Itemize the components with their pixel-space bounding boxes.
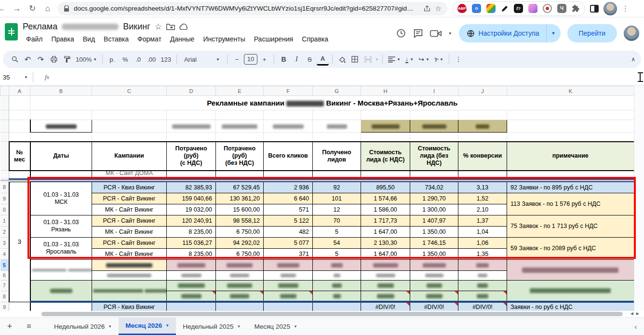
empty-cell[interactable] bbox=[30, 302, 92, 312]
empty-cell[interactable] bbox=[216, 302, 264, 312]
clicks-cell[interactable]: 5 077 bbox=[264, 237, 313, 248]
bookmark-star-icon[interactable]: ☆ bbox=[435, 4, 442, 13]
cpl-vat-cell[interactable]: 1 586,00 bbox=[361, 204, 410, 215]
redacted-cell[interactable] bbox=[361, 259, 410, 270]
empty-cell[interactable] bbox=[313, 302, 361, 312]
conversion-cell[interactable]: 1,52 bbox=[458, 193, 507, 204]
borders-icon[interactable] bbox=[349, 53, 361, 66]
redacted-cell-with-comment[interactable] bbox=[361, 291, 410, 302]
header-dates[interactable]: Даты bbox=[30, 142, 92, 171]
column-header-b[interactable]: B bbox=[30, 86, 92, 96]
vertical-align-icon[interactable]: ↓ ▼ bbox=[403, 53, 416, 66]
grid-corner[interactable] bbox=[0, 86, 9, 96]
merge-dropdown-icon[interactable]: ▼ bbox=[375, 57, 379, 62]
note-cell[interactable]: Заявки - по руб с НДС bbox=[507, 302, 634, 312]
scrollbar-arrows[interactable]: ◀▶ bbox=[631, 311, 642, 316]
header-month-no[interactable]: № мес bbox=[9, 142, 30, 171]
cpl-vat-cell[interactable]: 2 130,30 bbox=[361, 237, 410, 248]
menu-edit[interactable]: Правка bbox=[48, 34, 77, 44]
spent-net-cell[interactable]: 15 600,00 bbox=[216, 204, 264, 215]
horizontal-align-icon[interactable]: ▼ bbox=[386, 53, 402, 66]
redacted-cell-with-comment[interactable] bbox=[216, 291, 264, 302]
increase-font-size-button[interactable]: + bbox=[258, 53, 270, 66]
row-number-selected[interactable]: 5 bbox=[0, 259, 9, 270]
column-header-g[interactable]: G bbox=[313, 86, 361, 96]
adblock-extension-icon[interactable]: ABP bbox=[457, 4, 467, 13]
more-formats-button[interactable]: 123 bbox=[159, 53, 173, 66]
formula-input[interactable] bbox=[49, 69, 644, 85]
spent-vat-cell[interactable]: 115 036,27 bbox=[167, 237, 216, 248]
cpl-net-cell[interactable]: 1 290,70 bbox=[410, 193, 458, 204]
paint-format-icon[interactable] bbox=[61, 53, 73, 66]
conversion-cell[interactable]: 1,04 bbox=[458, 226, 507, 237]
cpl-net-cell[interactable]: 1 407,97 bbox=[410, 215, 458, 226]
spent-net-cell[interactable]: 94 292,02 bbox=[216, 237, 264, 248]
column-header-j[interactable]: J bbox=[458, 86, 507, 96]
row-number[interactable]: 9 bbox=[0, 193, 9, 204]
row-number[interactable]: 8 bbox=[0, 291, 9, 302]
browser-menu-icon[interactable]: ⋮ bbox=[622, 4, 630, 13]
redacted-cell[interactable] bbox=[458, 259, 507, 270]
tab-mesyac-2025[interactable]: Месяц 2025 ▼ bbox=[247, 318, 304, 335]
fontquestion-extension-icon[interactable]: f? bbox=[514, 4, 523, 13]
row-number[interactable]: 4 bbox=[0, 248, 9, 259]
redacted-cell[interactable] bbox=[410, 270, 458, 280]
all-sheets-icon[interactable]: ≡ bbox=[19, 318, 39, 335]
go-button[interactable]: Перейти bbox=[567, 24, 617, 42]
text-rotation-icon[interactable]: A ▼ bbox=[432, 53, 445, 66]
row-number[interactable]: 8 bbox=[0, 182, 9, 193]
spent-net-cell[interactable]: 6 750,00 bbox=[216, 248, 264, 259]
div0-error-cell[interactable]: #DIV/0! bbox=[458, 302, 507, 312]
tab-scroll-left-icon[interactable]: ‹ bbox=[628, 318, 644, 335]
column-header-f[interactable]: F bbox=[264, 86, 313, 96]
redacted-cell[interactable] bbox=[313, 259, 361, 270]
cpl-net-cell[interactable]: 734,02 bbox=[410, 182, 458, 193]
campaign-cell[interactable]: МК - Сайт Викинг bbox=[92, 204, 167, 215]
spent-vat-cell[interactable]: 8 235,00 bbox=[167, 226, 216, 237]
redacted-cell[interactable] bbox=[167, 259, 216, 270]
spent-net-cell[interactable]: 67 529,45 bbox=[216, 182, 264, 193]
spent-vat-cell[interactable]: 19 032,00 bbox=[167, 204, 216, 215]
tab-dropdown-icon[interactable]: ▼ bbox=[165, 323, 169, 328]
div0-error-cell[interactable]: #DIV/0! bbox=[410, 302, 458, 312]
spent-vat-cell[interactable]: 82 385,93 bbox=[167, 182, 216, 193]
horizontal-scrollbar[interactable]: ◀▶ bbox=[0, 311, 644, 317]
conversion-cell[interactable]: 1,37 bbox=[458, 215, 507, 226]
redacted-cell[interactable] bbox=[313, 120, 361, 133]
cpl-vat-cell[interactable]: 895,50 bbox=[361, 182, 410, 193]
move-folder-icon[interactable] bbox=[166, 23, 175, 30]
vertical-scrollbar[interactable] bbox=[634, 86, 644, 311]
leads-cell[interactable]: 12 bbox=[313, 204, 361, 215]
header-cpl-vat[interactable]: Стоимость лида (с НДС) bbox=[361, 142, 410, 171]
conversion-cell[interactable]: 1,06 bbox=[458, 237, 507, 248]
redacted-cell[interactable] bbox=[361, 120, 410, 133]
share-dropdown-button[interactable]: ▼ bbox=[546, 24, 561, 42]
leads-cell[interactable]: 70 bbox=[313, 215, 361, 226]
conversion-cell[interactable]: 2,10 bbox=[458, 204, 507, 215]
forward-icon[interactable]: → bbox=[12, 4, 22, 13]
redacted-cell[interactable] bbox=[410, 259, 458, 270]
redacted-cell[interactable] bbox=[361, 270, 410, 280]
redacted-cell[interactable] bbox=[216, 120, 264, 133]
percent-format-button[interactable]: % bbox=[119, 53, 131, 66]
redacted-cell[interactable] bbox=[216, 259, 264, 270]
tab-mesyac-2026-active[interactable]: Месяц 2026 ▼ bbox=[119, 318, 176, 335]
redacted-cell[interactable] bbox=[458, 270, 507, 280]
redacted-cell[interactable] bbox=[167, 270, 216, 280]
conversion-cell[interactable]: 3,13 bbox=[458, 182, 507, 193]
redacted-cell[interactable] bbox=[313, 280, 361, 291]
merge-cells-icon[interactable] bbox=[362, 53, 374, 66]
note-cell-msk[interactable]: 113 Заявок - по 1 576 руб с НДС bbox=[507, 193, 634, 215]
tab-dropdown-icon[interactable]: ▼ bbox=[237, 324, 241, 329]
bold-button[interactable]: B bbox=[278, 53, 290, 66]
row-number[interactable]: 7 bbox=[0, 280, 9, 291]
spent-net-cell[interactable]: 6 750,00 bbox=[216, 226, 264, 237]
header-clicks[interactable]: Всего кликов bbox=[264, 142, 313, 171]
row-number[interactable]: 2 bbox=[0, 226, 9, 237]
redacted-cell[interactable] bbox=[264, 280, 313, 291]
campaign-cell[interactable]: РСЯ - Сайт Викинг bbox=[92, 237, 167, 248]
reload-icon[interactable]: ↻ bbox=[27, 3, 38, 13]
menu-help[interactable]: Справка bbox=[298, 34, 332, 44]
font-size-input[interactable]: 10 bbox=[244, 54, 257, 65]
redacted-cell-with-comment[interactable] bbox=[410, 291, 458, 302]
